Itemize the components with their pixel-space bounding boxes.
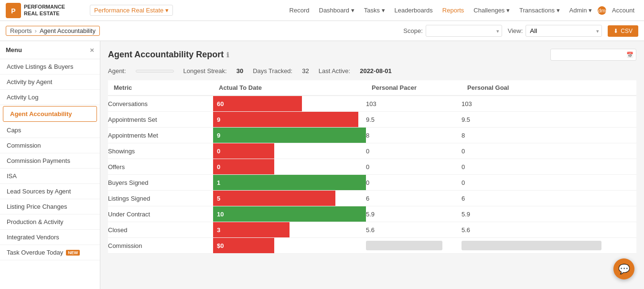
nav-badge[interactable]: Admin bbox=[598, 6, 606, 15]
days-tracked-value: 32 bbox=[302, 67, 309, 75]
actual-cell: 5 bbox=[213, 191, 366, 206]
actual-cell: 9 bbox=[213, 112, 366, 128]
actual-cell: 3 bbox=[213, 222, 366, 238]
sidebar-item-activity-log[interactable]: Activity Log bbox=[0, 90, 100, 105]
nav-admin[interactable]: Admin ▾ bbox=[566, 5, 596, 16]
task-overdue-label: Task Overdue Today bbox=[7, 249, 63, 256]
goal-cell: 8 bbox=[462, 128, 636, 143]
nav-tasks[interactable]: Tasks ▾ bbox=[360, 5, 389, 16]
nav-leaderboards[interactable]: Leaderboards bbox=[391, 5, 437, 16]
table-row: Buyers Signed100 bbox=[108, 175, 636, 191]
metric-cell: Listings Signed bbox=[108, 191, 213, 206]
goal-cell: 0 bbox=[462, 143, 636, 159]
sidebar-item-commission[interactable]: Commission bbox=[0, 138, 100, 153]
bar-container: 3 bbox=[213, 222, 366, 237]
chat-bubble[interactable]: 💬 bbox=[613, 258, 634, 279]
goal-cell: 9.5 bbox=[462, 112, 636, 128]
nav-dashboard[interactable]: Dashboard ▾ bbox=[315, 5, 358, 16]
org-selector[interactable]: Performance Real Estate ▾ bbox=[90, 5, 173, 16]
view-dropdown[interactable]: All bbox=[526, 25, 602, 37]
metric-cell: Closed bbox=[108, 222, 213, 238]
report-table: Metric Actual To Date Personal Pacer Per… bbox=[108, 80, 636, 254]
scope-dropdown-wrapper bbox=[426, 25, 502, 37]
longest-streak-value: 30 bbox=[236, 67, 243, 75]
breadcrumb-controls: Scope: View: All ⬇ CSV bbox=[403, 25, 638, 37]
nav-transactions[interactable]: Transactions ▾ bbox=[515, 5, 564, 16]
days-tracked-label: Days Tracked: bbox=[253, 67, 292, 75]
metric-cell: Commission bbox=[108, 238, 213, 254]
table-row: Showings000 bbox=[108, 143, 636, 159]
org-name: Performance Real Estate bbox=[94, 7, 163, 14]
table-row: Closed35.65.6 bbox=[108, 222, 636, 238]
bar-fill: $0 bbox=[213, 238, 274, 253]
sidebar-item-agent-accountability[interactable]: Agent Accountability bbox=[3, 106, 97, 122]
sidebar-item-caps[interactable]: Caps bbox=[0, 123, 100, 138]
bar-fill: 10 bbox=[213, 206, 366, 222]
bar-container: 9 bbox=[213, 112, 366, 127]
metric-cell: Appointments Set bbox=[108, 112, 213, 128]
csv-button[interactable]: ⬇ CSV bbox=[608, 25, 638, 37]
metric-cell: Buyers Signed bbox=[108, 175, 213, 191]
bar-container: 10 bbox=[213, 206, 366, 222]
info-icon[interactable]: ℹ bbox=[226, 51, 229, 59]
scope-dropdown[interactable] bbox=[426, 25, 502, 37]
actual-cell: 10 bbox=[213, 206, 366, 222]
date-search-input[interactable] bbox=[550, 49, 636, 61]
sidebar-item-active-listings[interactable]: Active Listings & Buyers bbox=[0, 59, 100, 75]
table-row: Listings Signed566 bbox=[108, 191, 636, 206]
actual-cell: $0 bbox=[213, 238, 366, 254]
metric-cell: Showings bbox=[108, 143, 213, 159]
actual-cell: 9 bbox=[213, 128, 366, 143]
download-icon: ⬇ bbox=[613, 28, 618, 34]
pacer-cell bbox=[366, 238, 462, 254]
sidebar-item-isa[interactable]: ISA bbox=[0, 169, 100, 184]
logo-icon: P bbox=[6, 3, 21, 18]
nav-challenges[interactable]: Challenges ▾ bbox=[470, 5, 514, 16]
csv-label: CSV bbox=[621, 28, 633, 34]
agent-info-row: Agent: Longest Streak: 30 Days Tracked: … bbox=[108, 67, 636, 75]
pacer-cell: 5.9 bbox=[366, 206, 462, 222]
content-area: Agent Accountability Report ℹ Agent: Lon… bbox=[100, 41, 644, 289]
sidebar-item-production[interactable]: Production & Activity bbox=[0, 214, 100, 230]
bar-container: 0 bbox=[213, 159, 366, 174]
pacer-cell: 8 bbox=[366, 128, 462, 143]
sidebar-close-button[interactable]: × bbox=[90, 46, 94, 54]
sidebar-item-commission-payments[interactable]: Commission Payments bbox=[0, 153, 100, 169]
sidebar: Menu × Active Listings & Buyers Activity… bbox=[0, 41, 100, 289]
bar-container: 0 bbox=[213, 143, 366, 159]
date-search-wrapper bbox=[550, 49, 636, 61]
breadcrumb-separator: › bbox=[35, 27, 37, 34]
sidebar-menu-label: Menu bbox=[6, 46, 22, 54]
bar-fill: 9 bbox=[213, 128, 366, 143]
sidebar-item-task-overdue[interactable]: Task Overdue Today NEW bbox=[0, 245, 100, 260]
actual-cell: 1 bbox=[213, 175, 366, 191]
sidebar-item-integrated[interactable]: Integrated Vendors bbox=[0, 230, 100, 245]
nav-record[interactable]: Record bbox=[286, 5, 313, 16]
table-row: Commission$0 bbox=[108, 238, 636, 254]
actual-cell: 0 bbox=[213, 143, 366, 159]
breadcrumb-parent[interactable]: Reports bbox=[10, 27, 32, 34]
view-selector: View: All bbox=[508, 25, 602, 37]
bar-container: $0 bbox=[213, 238, 366, 253]
breadcrumb-current: Agent Accountability bbox=[40, 27, 96, 34]
report-title: Agent Accountability Report ℹ bbox=[108, 50, 229, 60]
bar-fill: 3 bbox=[213, 222, 290, 237]
report-title-row: Agent Accountability Report ℹ bbox=[108, 49, 636, 61]
pacer-cell: 5.6 bbox=[366, 222, 462, 238]
bar-fill: 0 bbox=[213, 143, 274, 159]
main-layout: Menu × Active Listings & Buyers Activity… bbox=[0, 41, 644, 289]
sidebar-item-listing-price[interactable]: Listing Price Changes bbox=[0, 199, 100, 214]
last-active-label: Last Active: bbox=[319, 67, 350, 75]
pacer-cell: 0 bbox=[366, 159, 462, 175]
sidebar-item-lead-sources[interactable]: Lead Sources by Agent bbox=[0, 184, 100, 199]
logo-text: PERFORMANCE REAL ESTATE bbox=[24, 4, 65, 16]
bar-fill: 1 bbox=[213, 175, 366, 190]
nav-reports[interactable]: Reports bbox=[439, 5, 468, 16]
nav-account[interactable]: Account bbox=[608, 5, 638, 16]
goal-cell: 103 bbox=[462, 96, 636, 112]
metric-cell: Offers bbox=[108, 159, 213, 175]
sidebar-item-activity-by-agent[interactable]: Activity by Agent bbox=[0, 75, 100, 90]
table-row: Appointments Met988 bbox=[108, 128, 636, 143]
bar-container: 9 bbox=[213, 128, 366, 143]
col-actual: Actual To Date bbox=[213, 80, 366, 96]
